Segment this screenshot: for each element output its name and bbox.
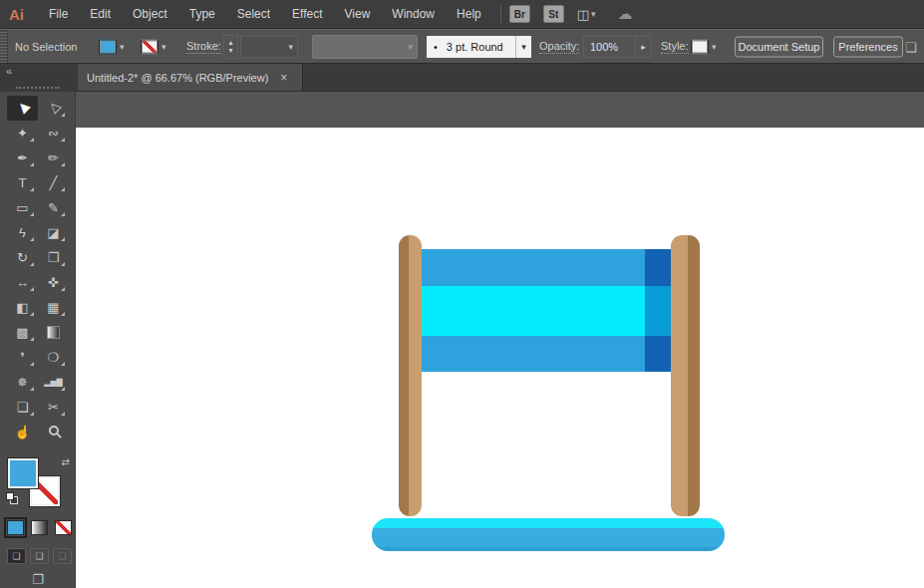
fill-proxy-swatch[interactable] <box>8 458 38 488</box>
menu-item-edit[interactable]: Edit <box>79 0 122 29</box>
opacity-arrow-icon[interactable]: ▸ <box>635 36 652 58</box>
default-fill-stroke-icon[interactable] <box>6 492 18 504</box>
banner-stripe-middle[interactable] <box>420 286 673 336</box>
workspace-switcher-icon[interactable]: ◫ <box>577 7 589 22</box>
tool-paintbrush[interactable]: ✎ <box>38 195 69 220</box>
control-bar-grip[interactable] <box>0 30 8 63</box>
puppet-warp-tool-icon: ✜ <box>48 275 59 290</box>
tool-puppet-warp[interactable]: ✜ <box>38 270 69 295</box>
tool-width[interactable]: ↔ <box>7 270 38 295</box>
fill-color-swatch[interactable] <box>99 39 117 54</box>
menu-item-effect[interactable]: Effect <box>281 0 333 29</box>
left-post-shape[interactable] <box>399 235 422 516</box>
draw-behind-button[interactable]: ❏ <box>30 548 49 564</box>
sync-status-icon[interactable]: ☁ <box>618 5 633 23</box>
menu-bar: Ai File Edit Object Type Select Effect V… <box>0 0 924 29</box>
stepper-down-icon[interactable]: ▾ <box>228 47 232 55</box>
tool-perspective-grid[interactable]: ▦ <box>38 295 69 320</box>
tool-rectangle[interactable]: ▭ <box>7 195 38 220</box>
banner-shape[interactable] <box>420 249 673 372</box>
style-chevron-icon[interactable]: ▾ <box>712 42 717 52</box>
tool-direct-selection[interactable]: ▷ <box>38 96 69 121</box>
menu-item-file[interactable]: File <box>38 0 79 29</box>
stroke-weight-chevron-icon[interactable]: ▾ <box>288 42 293 52</box>
workspace-chevron-icon[interactable]: ▾ <box>591 9 596 19</box>
stroke-weight-combo[interactable]: ▾ <box>240 36 298 58</box>
toolbar-collapse-icon[interactable]: « <box>6 65 10 77</box>
tool-eyedropper[interactable]: ❜ <box>7 345 38 370</box>
right-post-shape[interactable] <box>671 235 700 516</box>
tool-selection[interactable]: ▶ <box>7 96 38 121</box>
tool-magic-wand[interactable]: ✦ <box>7 121 38 146</box>
banner-stripe-bottom[interactable] <box>420 336 673 372</box>
control-bar: No Selection ▾ ▾ Stroke: ▴▾ ▾ ▾ •3 pt. R… <box>0 29 924 64</box>
tool-slice[interactable]: ✂ <box>38 395 69 420</box>
style-swatch[interactable] <box>691 39 709 54</box>
right-post-shadow-half <box>688 235 700 516</box>
tool-zoom[interactable] <box>38 420 69 444</box>
type-tool-icon: T <box>19 175 27 190</box>
tool-rotate[interactable]: ↻ <box>7 245 38 270</box>
base-shape[interactable] <box>372 518 725 551</box>
tool-type[interactable]: T <box>7 170 38 195</box>
pen-tool-icon: ✒ <box>17 150 28 165</box>
toolbar-grip[interactable] <box>16 87 60 89</box>
direct-selection-tool-icon: ▷ <box>45 100 63 118</box>
preferences-button[interactable]: Preferences <box>833 36 903 57</box>
tool-artboard[interactable]: ❏ <box>7 395 38 420</box>
tool-gradient[interactable] <box>38 320 69 345</box>
tool-shape-builder[interactable]: ◧ <box>7 295 38 320</box>
eyedropper-tool-icon: ❜ <box>20 350 24 365</box>
tool-column-graph[interactable]: ▂▅▇ <box>38 370 69 395</box>
tool-eraser[interactable]: ◪ <box>38 220 69 245</box>
tool-line-segment[interactable]: ╱ <box>38 170 69 195</box>
banner-stripe-top[interactable] <box>420 249 673 286</box>
brush-definition-chevron-icon[interactable]: ▾ <box>515 36 531 58</box>
draw-inside-button[interactable]: ❏ <box>53 548 72 564</box>
menu-item-window[interactable]: Window <box>381 0 446 29</box>
stroke-weight-stepper[interactable]: ▴▾ <box>223 35 238 59</box>
banner-shadow-column[interactable] <box>645 249 673 372</box>
menu-item-view[interactable]: View <box>334 0 382 29</box>
tool-hand[interactable]: ☝ <box>7 420 38 444</box>
stroke-label[interactable]: Stroke: <box>186 40 221 54</box>
swap-fill-stroke-icon[interactable]: ⇄ <box>62 456 70 467</box>
menu-item-object[interactable]: Object <box>122 0 178 29</box>
tool-curvature[interactable]: ✏ <box>38 146 69 170</box>
style-label[interactable]: Style: <box>661 40 689 54</box>
color-button[interactable] <box>7 520 24 535</box>
stock-button[interactable]: St <box>543 5 564 23</box>
menu-item-type[interactable]: Type <box>178 0 226 29</box>
document-setup-button[interactable]: Document Setup <box>735 36 823 57</box>
brush-definition-combo[interactable]: •3 pt. Round <box>427 36 515 58</box>
tool-pen[interactable]: ✒ <box>7 146 38 170</box>
tool-symbol-sprayer[interactable]: ✵ <box>7 370 38 395</box>
tab-close-icon[interactable]: × <box>280 71 287 85</box>
tool-lasso[interactable]: ∾ <box>38 121 69 146</box>
change-screen-mode-icon[interactable]: ❐ <box>0 572 76 587</box>
none-button[interactable] <box>55 520 72 535</box>
stroke-color-swatch[interactable] <box>141 39 158 54</box>
banner-shadow-top <box>645 249 673 286</box>
opacity-input[interactable]: 100% <box>583 36 636 58</box>
draw-normal-button[interactable]: ❏ <box>7 548 26 564</box>
gradient-button[interactable] <box>31 520 48 535</box>
opacity-label[interactable]: Opacity: <box>539 40 579 54</box>
tool-blend[interactable]: ❍ <box>38 345 69 370</box>
menu-item-help[interactable]: Help <box>446 0 492 29</box>
rotate-tool-icon: ↻ <box>17 250 28 265</box>
tool-shaper[interactable]: ϟ <box>7 220 38 245</box>
tool-scale[interactable]: ❐ <box>38 245 69 270</box>
menu-item-select[interactable]: Select <box>226 0 281 29</box>
artboard[interactable] <box>76 128 924 588</box>
right-post-light-half <box>671 235 688 516</box>
fill-chevron-icon[interactable]: ▾ <box>120 42 125 52</box>
stroke-chevron-icon[interactable]: ▾ <box>161 42 166 52</box>
canvas-pasteboard[interactable] <box>76 92 924 588</box>
panel-dock-icon[interactable]: ❏ <box>905 39 917 54</box>
document-tab[interactable]: Untitled-2* @ 66.67% (RGB/Preview) × <box>78 64 303 91</box>
tool-mesh[interactable]: ▩ <box>7 320 38 345</box>
gradient-tool-icon <box>47 326 60 339</box>
variable-width-profile-combo[interactable]: ▾ <box>312 35 418 59</box>
bridge-button[interactable]: Br <box>509 5 530 23</box>
